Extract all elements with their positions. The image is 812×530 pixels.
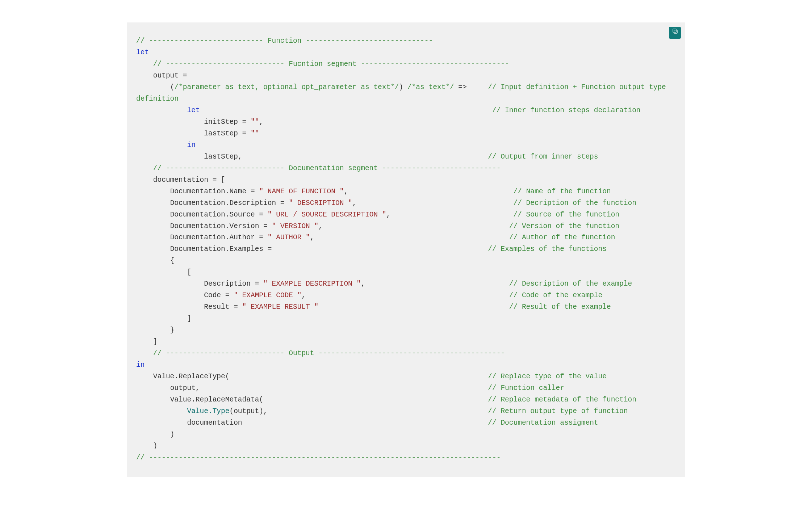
code-text: , [318, 222, 509, 230]
code-text: Documentation.Examples = [136, 245, 488, 253]
code-function: Value.Type [187, 407, 229, 415]
code-text: , [259, 118, 263, 126]
code-comment: // Examples of the functions [488, 245, 607, 253]
code-keyword: let [136, 49, 149, 56]
code-comment: // Decription of the function [514, 199, 636, 207]
code-comment: // Output from inner steps [488, 153, 598, 161]
code-text: Documentation.Description = [136, 199, 289, 207]
code-comment: // ---------------------------- Fucntion… [136, 60, 509, 68]
code-string: " EXAMPLE DESCRIPTION " [263, 280, 361, 288]
code-comment: // Source of the function [514, 211, 620, 219]
code-string: " DESCRIPTION " [289, 199, 352, 207]
code-text: Value.ReplaceType( [136, 373, 488, 380]
code-string: " AUTHOR " [268, 234, 310, 241]
code-comment: // --------------------------- Function … [136, 37, 433, 45]
code-text: initStep = [136, 118, 251, 126]
code-text [318, 303, 509, 311]
code-text: , [310, 234, 509, 241]
code-text: lastStep = [136, 130, 251, 138]
code-keyword: let [187, 106, 200, 114]
code-comment: // Version of the function [509, 222, 619, 230]
code-text: ) [136, 442, 158, 450]
code-text: ( [136, 83, 174, 91]
code-text: Description = [136, 280, 263, 288]
code-text: ) [136, 430, 174, 438]
code-text: , [344, 188, 513, 195]
svg-rect-0 [674, 30, 677, 33]
code-comment: // Replace metadata of the function [488, 396, 636, 404]
code-text: Documentation.Author = [136, 234, 268, 241]
code-text: { [136, 257, 174, 265]
code-text: , [352, 199, 514, 207]
code-text: output = [136, 72, 187, 80]
page: // --------------------------- Function … [0, 0, 812, 530]
code-string: "" [251, 130, 259, 138]
code-text [136, 106, 187, 114]
code-comment: // ---------------------------- Output -… [136, 349, 505, 357]
copy-icon [672, 27, 678, 39]
code-text: ] [136, 338, 158, 346]
code-text: documentation = [ [136, 176, 225, 184]
code-comment: // Replace type of the value [488, 373, 607, 380]
code-comment: /*as text*/ [407, 83, 454, 91]
code-text: Code = [136, 291, 234, 299]
code-text: ) [399, 83, 407, 91]
code-comment: // Function caller [488, 384, 564, 392]
code-text: Value.ReplaceMetadata( [136, 396, 488, 404]
code-content: // --------------------------- Function … [136, 35, 676, 464]
code-text: Documentation.Source = [136, 211, 268, 219]
code-text: documentation [136, 419, 488, 427]
code-text: Documentation.Name = [136, 188, 259, 195]
code-text: , [361, 280, 509, 288]
code-text: , [386, 211, 513, 219]
code-comment: // Name of the function [514, 188, 611, 195]
code-comment: // Author of the function [509, 234, 615, 241]
code-comment: // ---------------------------- Document… [136, 164, 501, 172]
code-string: " EXAMPLE RESULT " [242, 303, 319, 311]
code-comment: // Return output type of function [488, 407, 628, 415]
code-string: " NAME OF FUNCTION " [259, 188, 344, 195]
code-text: Documentation.Version = [136, 222, 272, 230]
code-text: } [136, 326, 174, 334]
code-text: [ [136, 268, 191, 276]
code-comment: // Inner function steps declaration [200, 106, 641, 114]
code-comment: // Documentation assigment [488, 419, 598, 427]
code-string: "" [251, 118, 259, 126]
code-text: lastStep, [136, 153, 488, 161]
code-comment: /*parameter as text, optional opt_parame… [174, 83, 399, 91]
code-comment: // -------------------------------------… [136, 454, 501, 462]
code-text [136, 141, 187, 149]
code-keyword: in [136, 361, 145, 369]
code-text: , [301, 291, 509, 299]
code-text [136, 407, 187, 415]
code-comment: // Code of the example [509, 291, 602, 299]
code-block: // --------------------------- Function … [127, 22, 685, 477]
code-string: " VERSION " [272, 222, 318, 230]
code-keyword: in [187, 141, 195, 149]
code-text: (output), [229, 407, 488, 415]
code-string: " EXAMPLE CODE " [234, 291, 301, 299]
code-text: Result = [136, 303, 242, 311]
code-text: output, [136, 384, 488, 392]
code-comment: // Result of the example [509, 303, 611, 311]
code-string: " URL / SOURCE DESCRIPTION " [268, 211, 386, 219]
code-text: => [454, 83, 488, 91]
svg-rect-1 [673, 29, 676, 32]
copy-button[interactable] [669, 27, 681, 39]
code-text: ] [136, 315, 191, 323]
code-comment: // Description of the example [509, 280, 632, 288]
